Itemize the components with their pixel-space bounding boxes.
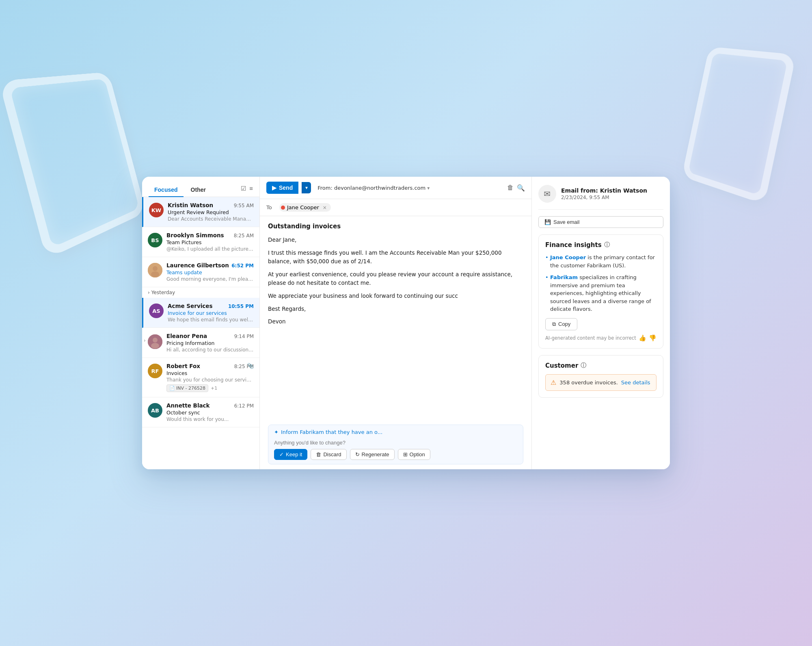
attachment-file-icon: 📄 — [169, 386, 175, 391]
compose-panel: ▶ Send ▾ From: devonlane@northwindtrader… — [260, 177, 532, 469]
sender-lg: Laurence Gilbertson — [166, 262, 229, 269]
sender-bs: Brooklyn Simmons — [166, 232, 224, 238]
email-meta-date: 2/23/2024, 9:55 AM — [561, 195, 663, 200]
email-item-kw[interactable]: KW Kristin Watson 9:55 AM Urgent Review … — [142, 197, 259, 227]
time-ab: 6:12 PM — [234, 403, 254, 409]
subject-ab: October sync — [166, 410, 254, 416]
email-header-ep: Eleanor Pena 9:14 PM — [166, 333, 254, 339]
preview-bs: @Keiko, I uploaded all the pictures fr..… — [166, 246, 254, 252]
send-caret-button[interactable]: ▾ — [302, 182, 311, 193]
compose-toolbar: ▶ Send ▾ From: devonlane@northwindtrader… — [260, 177, 531, 199]
keep-it-button[interactable]: ✓ Keep it — [274, 449, 307, 460]
overdue-count-text: 358 overdue invoices. — [559, 379, 618, 386]
ai-disclaimer: AI-generated content may be incorrect — [545, 335, 636, 341]
email-item-ab[interactable]: AB Annette Black 6:12 PM October sync Wo… — [142, 397, 259, 427]
search-button[interactable]: 🔍 — [517, 184, 525, 192]
avatar-bs: BS — [148, 233, 162, 247]
see-details-link[interactable]: See details — [621, 379, 650, 386]
check-icon: ✓ — [279, 451, 284, 457]
email-item-as[interactable]: AS Acme Services 10:55 PM Invoice for ou… — [142, 298, 259, 328]
customer-title: Customer ⓘ — [545, 362, 657, 369]
chevron-down-icon: › — [148, 290, 150, 295]
attachment-row-rf: 📄 INV - 276528 +1 — [166, 384, 254, 392]
time-ep: 9:14 PM — [234, 334, 254, 339]
email-header-kw: Kristin Watson 9:55 AM — [168, 202, 254, 208]
email-meta-card: ✉ Email from: Kristin Watson 2/23/2024, … — [538, 185, 663, 210]
to-row: To Jane Cooper × — [260, 199, 531, 216]
insights-title-text: Finance insights — [545, 241, 602, 249]
email-body-area: Outstanding invoices Dear Jane, I trust … — [260, 216, 531, 425]
fabrikam-link[interactable]: Fabrikam — [550, 274, 578, 280]
sender-kw: Kristin Watson — [168, 202, 213, 208]
email-header-bs: Brooklyn Simmons 8:25 AM — [166, 232, 254, 238]
email-content-ep: Eleanor Pena 9:14 PM Pricing Information… — [166, 333, 254, 353]
email-content-bs: Brooklyn Simmons 8:25 AM Team Pictures @… — [166, 232, 254, 252]
email-meta-info: Email from: Kristin Watson 2/23/2024, 9:… — [561, 187, 663, 200]
discard-label: Discard — [323, 451, 341, 457]
subject-kw: Urgent Review Required — [168, 209, 254, 215]
sparkle-icon: ✦ — [274, 429, 279, 435]
email-body-text: Dear Jane, I trust this message finds yo… — [268, 236, 523, 326]
ai-footer: AI-generated content may be incorrect 👍 … — [545, 334, 657, 342]
trash-button[interactable]: 🗑 — [507, 184, 514, 192]
inbox-tabs: Focused Other ☑ ≡ — [142, 177, 259, 197]
email-item-rf[interactable]: 📎 RF Robert Fox 8:25 PM Invoices Thank y… — [142, 358, 259, 397]
options-button[interactable]: ⊞ Option — [398, 449, 430, 460]
floppy-icon: 💾 — [544, 219, 551, 225]
email-sidebar: Focused Other ☑ ≡ KW Kristin Watson 9:55… — [142, 177, 260, 469]
discard-icon: 🗑 — [316, 451, 321, 457]
regenerate-button[interactable]: ↻ Regenerate — [350, 449, 395, 460]
email-header-as: Acme Services 10:55 PM — [168, 303, 254, 309]
ai-suggestion-text: ✦ Inform Fabrikam that they have an o... — [274, 429, 517, 435]
insight-item-1: Jane Cooper is the primary contact for t… — [545, 254, 657, 269]
app-window: Focused Other ☑ ≡ KW Kristin Watson 9:55… — [142, 177, 670, 469]
email-content-ab: Annette Black 6:12 PM October sync Would… — [166, 402, 254, 422]
feedback-buttons: 👍 👎 — [639, 334, 657, 342]
send-label: Send — [279, 184, 293, 191]
body-signature: Devon — [268, 317, 523, 326]
regenerate-label: Regenerate — [362, 451, 389, 457]
body-greeting: Dear Jane, — [268, 236, 523, 245]
customer-card: Customer ⓘ ⚠ 358 overdue invoices. See d… — [538, 355, 663, 398]
tab-other[interactable]: Other — [185, 183, 212, 197]
save-email-button[interactable]: 💾 Save email — [538, 216, 663, 228]
recipient-tag-jane[interactable]: Jane Cooper × — [279, 203, 331, 212]
jane-cooper-link[interactable]: Jane Cooper — [550, 254, 586, 260]
send-button[interactable]: ▶ Send — [266, 182, 298, 194]
email-header-ab: Annette Black 6:12 PM — [166, 402, 254, 409]
copy-button[interactable]: ⧉ Copy — [545, 318, 577, 330]
thumbs-down-button[interactable]: 👎 — [649, 334, 657, 342]
ai-suggestion-label: Inform Fabrikam that they have an o... — [281, 429, 382, 435]
email-item-lg[interactable]: Laurence Gilbertson 6:52 PM Teams update… — [142, 257, 259, 287]
from-label: From: — [317, 185, 333, 191]
body-sign-off: Best Regards, — [268, 305, 523, 314]
yesterday-text: Yesterday — [151, 290, 175, 295]
body-paragraph-2: At your earliest convenience, could you … — [268, 270, 523, 288]
email-item-bs[interactable]: BS Brooklyn Simmons 8:25 AM Team Picture… — [142, 227, 259, 257]
subject-lg: Teams update — [166, 269, 254, 275]
time-as: 10:55 PM — [228, 303, 254, 309]
email-item-ep[interactable]: › Eleanor Pena 9:14 PM Pricing In — [142, 328, 259, 358]
check-filter-icon[interactable]: ☑ — [241, 185, 246, 192]
ai-suggestion-bar: ✦ Inform Fabrikam that they have an o...… — [268, 425, 523, 464]
preview-kw: Dear Accounts Receivable Manager,... — [168, 216, 254, 222]
insight-item-2: Fabrikam specializes in crafting immersi… — [545, 273, 657, 313]
svg-point-4 — [153, 338, 158, 343]
body-paragraph-1: I trust this message finds you well. I a… — [268, 249, 523, 266]
tab-focused[interactable]: Focused — [149, 183, 184, 197]
ai-input[interactable] — [274, 440, 517, 446]
recipient-status-dot — [281, 206, 285, 210]
customer-title-text: Customer — [545, 362, 578, 369]
filter-icon[interactable]: ≡ — [249, 185, 253, 192]
caret-down-icon: ▾ — [305, 185, 308, 191]
thumbs-up-button[interactable]: 👍 — [639, 334, 646, 342]
subject-ep: Pricing Information — [166, 340, 254, 346]
recipient-close-button[interactable]: × — [323, 205, 327, 210]
send-icon: ▶ — [272, 184, 276, 191]
avatar-as: AS — [149, 303, 164, 318]
copy-label: Copy — [558, 321, 570, 327]
preview-rf: Thank you for choosing our services.... — [166, 377, 254, 383]
attachment-tag-rf: 📄 INV - 276528 — [166, 384, 208, 392]
discard-button[interactable]: 🗑 Discard — [311, 449, 346, 460]
avatar-ab: AB — [148, 403, 162, 418]
